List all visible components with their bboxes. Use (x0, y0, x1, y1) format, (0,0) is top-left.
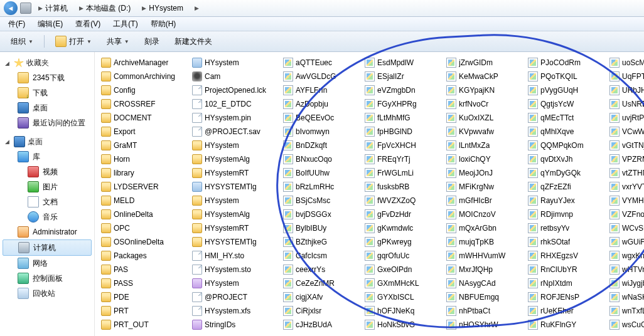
menu-tools[interactable]: 工具(T) (107, 17, 143, 31)
file-item[interactable]: wgxKnzpc (607, 249, 644, 263)
file-item[interactable]: EsdMpdlW (362, 56, 444, 70)
breadcrumb-arrow[interactable]: ▶ (190, 3, 203, 13)
file-item[interactable]: QQMPqkOm (525, 139, 607, 152)
file-item[interactable]: OPC (99, 221, 190, 235)
file-item[interactable]: pVygGUqH (525, 83, 607, 97)
file-item[interactable]: gPKwreyg (362, 235, 444, 249)
file-item[interactable]: LYDSERVER (99, 180, 190, 194)
file-item[interactable]: NAsygCAd (444, 276, 525, 290)
file-item[interactable]: ceexrrYs (281, 263, 362, 276)
sidebar-item-admin[interactable]: Administrator (0, 224, 94, 239)
file-item[interactable]: rhkSOtaf (525, 235, 607, 249)
file-item[interactable]: bRzLmRHc (281, 180, 362, 194)
file-item[interactable]: PAS (99, 263, 190, 276)
file-item[interactable]: PDE (99, 290, 190, 304)
file-item[interactable]: wNaSKWk (607, 290, 644, 304)
file-item[interactable]: jZrwGIDm (444, 56, 525, 70)
file-item[interactable]: mQxArGbn (444, 221, 525, 235)
file-item[interactable]: RuKFlnGY (525, 318, 607, 332)
file-item[interactable]: HYSYSTEMTlg (190, 235, 281, 249)
open-button[interactable]: 打开▼ (48, 33, 99, 50)
sidebar-item-recycle[interactable]: 回收站 (0, 286, 94, 301)
menu-help[interactable]: 帮助(H) (145, 17, 182, 31)
file-item[interactable]: lLntMxZa (444, 139, 525, 152)
file-item[interactable]: fLtMhMfG (362, 111, 444, 125)
file-item[interactable]: CeZeZnMR (281, 276, 362, 290)
file-item[interactable]: retbsyYv (525, 221, 607, 235)
sidebar-item[interactable]: 最近访问的位置 (0, 115, 94, 130)
file-item[interactable]: FrWGLmLi (362, 166, 444, 180)
file-item[interactable]: wGUiFrcg (607, 235, 644, 249)
file-item[interactable]: bvjDSGGx (281, 207, 362, 221)
file-item[interactable]: rUeKEher (525, 304, 607, 318)
file-item[interactable]: HYsystem.xfs (190, 304, 281, 318)
file-item[interactable]: HYsystem.sto (190, 263, 281, 276)
file-item[interactable]: Packages (99, 249, 190, 263)
sidebar-item[interactable]: 视频 (0, 164, 94, 179)
file-item[interactable]: PASS (99, 276, 190, 290)
file-item[interactable]: gFvDzHdr (362, 207, 444, 221)
file-item[interactable]: MxrJfQHp (444, 263, 525, 276)
file-item[interactable]: KuOxIXZL (444, 111, 525, 125)
file-item[interactable]: HYsystemAlg (190, 152, 281, 166)
new-folder-button[interactable]: 新建文件夹 (168, 33, 219, 50)
file-item[interactable]: AYFLFrIn (281, 83, 362, 97)
file-item[interactable]: uvjRtPwX (607, 111, 644, 125)
file-item[interactable]: GxeOlPdn (362, 263, 444, 276)
file-item[interactable]: gKwmdwlc (362, 221, 444, 235)
file-item[interactable]: fWVZXZoQ (362, 194, 444, 207)
share-button[interactable]: 共享▼ (100, 33, 136, 50)
file-item[interactable]: HYsystemRT (190, 221, 281, 235)
sidebar-favorites[interactable]: ◢收藏夹 (0, 56, 94, 70)
file-item[interactable]: aQTTEuec (281, 56, 362, 70)
file-item[interactable]: 102_E_DTDC (190, 97, 281, 111)
file-item[interactable]: NBFUEmgq (444, 290, 525, 304)
breadcrumb-segment[interactable]: ▶本地磁盘 (D:) (75, 1, 135, 16)
file-item[interactable]: Export (99, 125, 190, 139)
file-item[interactable]: RnClUbYR (525, 263, 607, 276)
file-item[interactable]: KVpwvafw (444, 125, 525, 139)
sidebar-item[interactable]: 下载 (0, 85, 94, 100)
sidebar-item[interactable]: 桌面 (0, 100, 94, 115)
file-item[interactable]: BNxucOqo (281, 152, 362, 166)
file-item[interactable]: MeojJOnJ (444, 166, 525, 180)
sidebar-item-computer[interactable]: 计算机 (3, 239, 92, 256)
file-item[interactable]: RDjimvnp (525, 207, 607, 221)
file-item[interactable]: wHTVrWy (607, 263, 644, 276)
file-item[interactable]: nHOSYhrW (444, 318, 525, 332)
sidebar-item[interactable]: 文档 (0, 194, 94, 209)
file-item[interactable]: UsNRDqY (607, 97, 644, 111)
file-item[interactable]: qMEcTTct (525, 111, 607, 125)
file-item[interactable]: PRT (99, 304, 190, 318)
file-item[interactable]: qZFzEZfi (525, 180, 607, 194)
file-item[interactable]: gqrOfuUc (362, 249, 444, 263)
sidebar-item[interactable]: 音乐 (0, 209, 94, 224)
file-item[interactable]: qMhlXqve (525, 125, 607, 139)
file-item[interactable]: HYsystem (190, 139, 281, 152)
file-item[interactable]: cJHzBUdA (281, 318, 362, 332)
file-item[interactable]: FpVcXHCH (362, 139, 444, 152)
file-item[interactable]: mujqTpKB (444, 235, 525, 249)
file-item[interactable]: KeMwaCkP (444, 70, 525, 83)
file-item[interactable]: Config (99, 83, 190, 97)
file-item[interactable]: wiJygjbs (607, 276, 644, 290)
file-item[interactable]: RHXEgzsV (525, 249, 607, 263)
file-item[interactable]: HYsystemAlg (190, 207, 281, 221)
file-item[interactable]: HYsystem (190, 194, 281, 207)
file-item[interactable]: ArchiveManager (99, 56, 190, 70)
file-item[interactable]: HYsystemRT (190, 166, 281, 180)
file-item[interactable]: CiRjxlsr (281, 304, 362, 318)
file-item[interactable]: VCwWVjvF (607, 125, 644, 139)
file-item[interactable]: CROSSREF (99, 97, 190, 111)
file-item[interactable]: RayuYJex (525, 194, 607, 207)
file-item[interactable]: CommonArchiving (99, 70, 190, 83)
file-item[interactable]: qvDtXvJh (525, 152, 607, 166)
file-item[interactable]: FREqYrTj (362, 152, 444, 166)
file-item[interactable]: ProjectOpened.lck (190, 83, 281, 97)
file-item[interactable]: MFiKrgNw (444, 180, 525, 194)
file-item[interactable]: uoScMFCF (607, 56, 644, 70)
file-item[interactable]: GYXbISCL (362, 290, 444, 304)
file-item[interactable]: loxiChQY (444, 152, 525, 166)
file-item[interactable]: HMI_HY.sto (190, 249, 281, 263)
file-item[interactable]: eVZmgbDn (362, 83, 444, 97)
